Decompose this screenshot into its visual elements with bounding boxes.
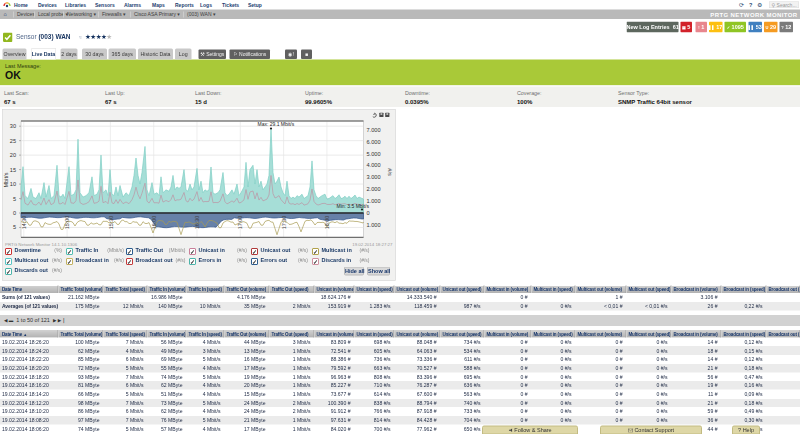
- svg-text:14:30: 14:30: [21, 216, 27, 230]
- svg-text:15: 15: [10, 167, 16, 173]
- svg-text:0: 0: [13, 210, 16, 216]
- svg-text:16:00: 16:00: [151, 216, 157, 230]
- svg-text:19.02.2014 18:27:27: 19.02.2014 18:27:27: [352, 242, 393, 247]
- svg-text:4.000: 4.000: [367, 162, 381, 168]
- svg-text:25: 25: [10, 138, 16, 144]
- svg-text:2.000: 2.000: [367, 186, 381, 192]
- svg-text:Max: 29.1 Mbit/s: Max: 29.1 Mbit/s: [258, 121, 295, 127]
- svg-text:0: 0: [367, 210, 370, 216]
- svg-text:10: 10: [10, 181, 16, 187]
- svg-text:30: 30: [10, 123, 16, 129]
- svg-text:1.000: 1.000: [367, 222, 381, 228]
- svg-text:15:00: 15:00: [64, 216, 70, 230]
- svg-text:7.000: 7.000: [367, 127, 381, 133]
- svg-text:17:00: 17:00: [238, 216, 244, 230]
- svg-text:5.000: 5.000: [367, 151, 381, 157]
- svg-text:20: 20: [10, 152, 16, 158]
- svg-text:3.000: 3.000: [367, 174, 381, 180]
- svg-text:Mbit/s: Mbit/s: [3, 172, 9, 187]
- svg-text:Min: 3.5 Mbit/s: Min: 3.5 Mbit/s: [337, 203, 370, 209]
- svg-text:18:00: 18:00: [324, 216, 330, 230]
- svg-text:#/s: #/s: [387, 168, 393, 176]
- svg-text:15:30: 15:30: [108, 216, 114, 230]
- svg-text:5: 5: [13, 224, 16, 230]
- svg-text:17:30: 17:30: [281, 216, 287, 230]
- svg-text:16:30: 16:30: [194, 216, 200, 230]
- svg-text:5: 5: [13, 196, 16, 202]
- svg-text:6.000: 6.000: [367, 139, 381, 145]
